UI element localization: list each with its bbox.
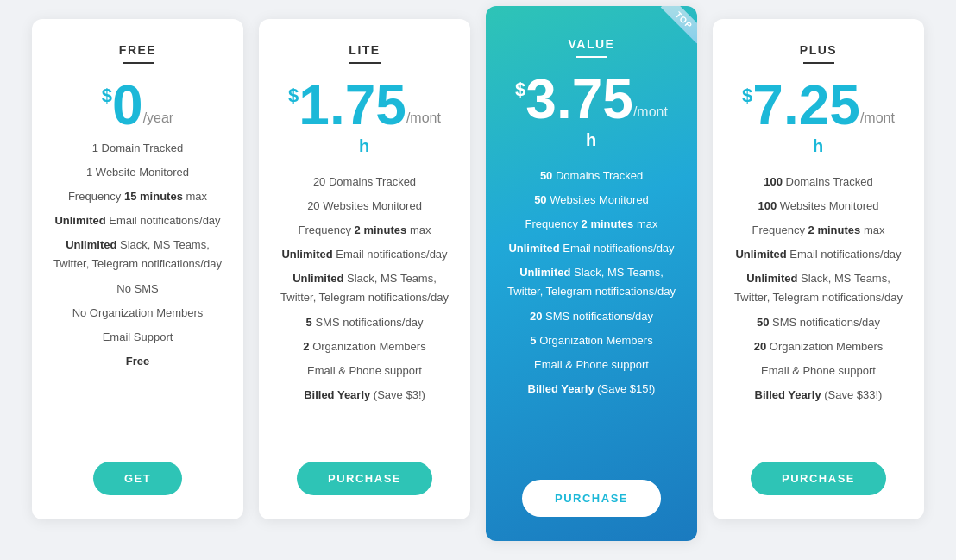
- price-sub: h: [813, 136, 824, 156]
- pricing-container: FREE$0/year1 Domain Tracked1 Website Mon…: [17, 19, 939, 541]
- feature-bold: Unlimited: [281, 248, 332, 261]
- features-list: 1 Domain Tracked1 Website MonitoredFrequ…: [51, 136, 224, 446]
- feature-item: Frequency 2 minutes max: [505, 212, 678, 236]
- feature-bold: Unlimited: [508, 242, 559, 255]
- feature-item: Unlimited Slack, MS Teams, Twitter, Tele…: [732, 267, 905, 310]
- features-list: 20 Domains Tracked20 Websites MonitoredF…: [278, 170, 451, 446]
- feature-bold: 5: [306, 316, 312, 329]
- feature-bold: Billed Yearly: [528, 382, 594, 395]
- feature-item: Frequency 15 minutes max: [51, 185, 224, 209]
- feature-bold: Unlimited: [66, 238, 116, 251]
- feature-bold: Unlimited: [54, 214, 105, 227]
- feature-item: Billed Yearly (Save $33!): [732, 383, 905, 407]
- price-dollar: $: [288, 85, 299, 107]
- feature-item: Unlimited Email notifications/day: [278, 242, 451, 267]
- feature-item: Free: [51, 349, 224, 374]
- feature-item: No SMS: [51, 277, 224, 301]
- feature-item: 20 SMS notifications/day: [505, 305, 678, 329]
- plan-card-lite: LITE$1.75/month20 Domains Tracked20 Webs…: [259, 19, 470, 519]
- feature-bold: 2 minutes: [355, 223, 407, 236]
- price-amount: 0: [112, 78, 143, 133]
- feature-bold: Free: [126, 355, 149, 368]
- feature-item: Billed Yearly (Save $15!): [505, 377, 678, 401]
- price-dollar: $: [102, 85, 112, 107]
- plan-card-plus: PLUS$7.25/month100 Domains Tracked100 We…: [713, 19, 924, 519]
- title-divider: [576, 56, 607, 58]
- feature-item: Unlimited Slack, MS Teams, Twitter, Tele…: [51, 233, 224, 276]
- features-list: 50 Domains Tracked50 Websites MonitoredF…: [505, 164, 678, 464]
- feature-bold: 50: [534, 193, 546, 206]
- feature-item: 1 Domain Tracked: [51, 136, 224, 160]
- feature-item: 1 Website Monitored: [51, 160, 224, 185]
- features-list: 100 Domains Tracked100 Websites Monitore…: [732, 170, 905, 446]
- feature-bold: Unlimited: [519, 266, 570, 279]
- price-sub: h: [359, 136, 370, 156]
- feature-item: Email Support: [51, 325, 224, 349]
- title-divider: [123, 62, 154, 64]
- feature-item: Unlimited Slack, MS Teams, Twitter, Tele…: [278, 267, 451, 310]
- feature-bold: 15 minutes: [124, 190, 183, 203]
- plan-title: LITE: [349, 43, 380, 57]
- feature-item: Email & Phone support: [278, 359, 451, 383]
- purchase-button[interactable]: PURCHASE: [297, 462, 432, 495]
- feature-item: 50 Domains Tracked: [505, 164, 678, 188]
- feature-item: 20 Domains Tracked: [278, 170, 451, 194]
- feature-bold: 50: [540, 169, 552, 182]
- price-period: /year: [143, 110, 174, 126]
- plan-title: FREE: [119, 43, 156, 57]
- feature-bold: Unlimited: [292, 272, 343, 285]
- feature-item: 5 Organization Members: [505, 329, 678, 353]
- price-row: $7.25/mont: [742, 78, 895, 133]
- feature-bold: 100: [764, 175, 783, 188]
- price-amount: 3.75: [525, 72, 633, 127]
- feature-item: 20 Organization Members: [732, 335, 905, 359]
- price-period: /mont: [633, 104, 668, 120]
- plan-title: VALUE: [569, 37, 615, 51]
- feature-bold: 20: [754, 340, 766, 353]
- top-badge-label: TOP: [660, 6, 697, 44]
- feature-item: Frequency 2 minutes max: [732, 218, 905, 242]
- feature-bold: 5: [530, 334, 536, 347]
- price-dollar: $: [515, 79, 525, 101]
- feature-item: Email & Phone support: [505, 353, 678, 377]
- feature-item: Unlimited Email notifications/day: [732, 242, 905, 267]
- feature-bold: 2 minutes: [582, 217, 634, 230]
- price-row: $3.75/mont: [515, 72, 668, 127]
- price-row: $0/year: [102, 78, 173, 133]
- top-badge: TOP: [649, 6, 697, 54]
- price-amount: 1.75: [299, 78, 406, 133]
- title-divider: [349, 62, 381, 64]
- feature-item: Billed Yearly (Save $3!): [278, 383, 451, 407]
- price-dollar: $: [742, 85, 752, 107]
- price-period: /mont: [406, 110, 441, 126]
- feature-bold: 20: [530, 310, 542, 323]
- plan-card-value: TOPVALUE$3.75/month50 Domains Tracked50 …: [486, 6, 697, 541]
- feature-item: Unlimited Email notifications/day: [51, 209, 224, 233]
- feature-item: 2 Organization Members: [278, 335, 451, 359]
- plan-card-free: FREE$0/year1 Domain Tracked1 Website Mon…: [32, 19, 243, 519]
- feature-item: Email & Phone support: [732, 359, 905, 383]
- title-divider: [803, 62, 834, 64]
- feature-bold: Unlimited: [735, 248, 786, 261]
- feature-item: 5 SMS notifications/day: [278, 311, 451, 335]
- price-period: /mont: [860, 110, 895, 126]
- feature-item: Frequency 2 minutes max: [278, 218, 451, 242]
- purchase-button[interactable]: PURCHASE: [522, 480, 661, 517]
- get-button[interactable]: GET: [93, 462, 182, 495]
- purchase-button[interactable]: PURCHASE: [751, 462, 886, 495]
- feature-item: 50 SMS notifications/day: [732, 311, 905, 335]
- plan-title: PLUS: [800, 43, 837, 57]
- feature-bold: Billed Yearly: [755, 388, 821, 401]
- feature-item: No Organization Members: [51, 301, 224, 325]
- feature-item: Unlimited Email notifications/day: [505, 236, 678, 261]
- feature-bold: 2: [303, 340, 309, 353]
- feature-bold: 100: [758, 199, 777, 212]
- feature-item: 100 Domains Tracked: [732, 170, 905, 194]
- feature-item: 50 Websites Monitored: [505, 188, 678, 212]
- feature-item: 20 Websites Monitored: [278, 194, 451, 218]
- price-sub: h: [586, 130, 597, 150]
- price-row: $1.75/mont: [288, 78, 441, 133]
- feature-bold: 50: [757, 316, 769, 329]
- price-amount: 7.25: [752, 78, 860, 133]
- feature-bold: Unlimited: [746, 272, 797, 285]
